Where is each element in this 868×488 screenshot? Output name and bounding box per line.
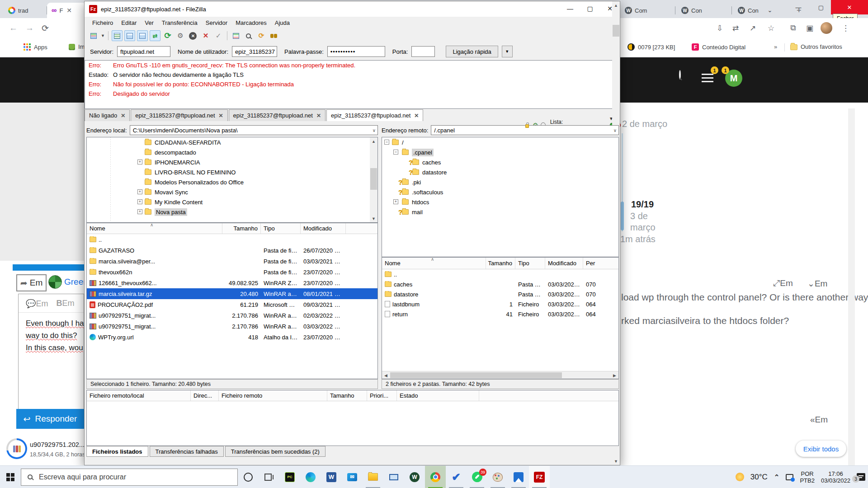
file-row[interactable]: u907929751_migrat...2.170.786WinRAR arch… — [87, 310, 377, 321]
chrome-menu-icon[interactable]: ⋮ — [842, 23, 849, 33]
toggle-remote-tree-icon[interactable] — [137, 30, 148, 41]
tree-item[interactable]: ?datastore — [382, 167, 618, 177]
tree-item[interactable]: Modelos Personalizados do Office — [87, 177, 377, 187]
scroll-left-icon[interactable]: ◀ — [382, 371, 390, 379]
file-row[interactable]: lastdbnum1Ficheiro03/03/2022...064 — [382, 299, 618, 309]
taskbar-paint[interactable] — [487, 466, 508, 488]
column-estado[interactable]: Estado — [397, 390, 479, 401]
menu-editar[interactable]: Editar — [117, 18, 141, 28]
remote-h-scrollbar[interactable]: ◀ ▶ — [382, 371, 618, 379]
forward-icon[interactable]: → — [25, 23, 34, 33]
scroll-up-icon[interactable]: ▲ — [370, 137, 377, 145]
file-row[interactable]: .. — [382, 269, 618, 279]
profile-avatar[interactable] — [821, 22, 832, 34]
expand-button[interactable]: ⤢Em — [773, 278, 793, 288]
taskbar-whatsapp[interactable]: 39 — [467, 466, 487, 488]
menu-transferencia[interactable]: Transferência — [158, 18, 202, 28]
tree-item[interactable]: CIDADANIA-SEFARDITA — [87, 137, 377, 147]
column-tamanho[interactable]: Tamanho — [486, 258, 515, 269]
tree-item[interactable]: ?.softaculous — [382, 187, 618, 197]
expand-icon[interactable]: + — [137, 209, 142, 214]
menu-ficheiro[interactable]: Ficheiro — [88, 18, 117, 28]
share-icon[interactable]: ↗ — [750, 23, 756, 33]
scroll-thumb[interactable] — [613, 25, 619, 37]
scroll-right-icon[interactable]: ▶ — [611, 371, 618, 379]
taskbar-chrome-active[interactable] — [425, 466, 446, 488]
taskbar-explorer[interactable] — [363, 466, 383, 488]
file-row[interactable]: datastorePasta de ...03/03/2022...070 — [382, 289, 618, 299]
server-tab[interactable]: Não ligado✕ — [85, 109, 130, 121]
taskbar-search[interactable]: Escreva aqui para procurar — [21, 469, 238, 486]
expand-icon[interactable]: + — [137, 189, 142, 194]
comment-tool-button[interactable]: 💬Em — [26, 299, 48, 309]
scroll-down-icon[interactable]: ▼ — [612, 457, 620, 465]
bookmark-0079[interactable]: 0079 [273 KB] — [627, 43, 675, 51]
filter-icon[interactable] — [231, 30, 241, 41]
reply-button[interactable]: ↩ Responder — [16, 409, 84, 429]
search-icon[interactable] — [679, 71, 681, 79]
filezilla-titlebar[interactable]: Fz epiz_31185237@ftpupload.net - FileZil… — [85, 1, 620, 17]
hidden-icons-chevron[interactable]: ⌃ — [774, 473, 780, 481]
reading-list-icon[interactable]: ▣ — [806, 23, 813, 33]
column-nome[interactable]: Nome∧ — [87, 223, 222, 234]
cast-icon[interactable] — [786, 474, 793, 480]
timeline-thumb[interactable] — [621, 202, 624, 230]
maximize-window-button[interactable]: ▢ — [811, 0, 830, 14]
tree-item[interactable]: ?.pki — [382, 177, 618, 187]
binoculars-icon[interactable] — [269, 30, 279, 41]
author-avatar[interactable] — [48, 275, 62, 289]
column-tipo[interactable]: Tipo — [261, 223, 301, 234]
temperature-text[interactable]: 30°C — [750, 473, 768, 482]
column-prioridade[interactable]: Priori... — [367, 390, 397, 401]
file-row[interactable]: 126661_thevoux662...49.082.925WinRAR ZIP… — [87, 277, 377, 288]
quickconnect-button[interactable]: Ligação rápida — [446, 46, 498, 57]
taskbar-word[interactable]: W — [321, 466, 342, 488]
toggle-log-icon[interactable] — [112, 30, 123, 41]
cortana-button[interactable] — [238, 466, 259, 488]
download-progress-ring[interactable] — [6, 438, 27, 459]
tree-item[interactable]: descompactado — [87, 147, 377, 157]
tree-item[interactable]: +My Kindle Content — [87, 197, 377, 207]
tree-item-selected[interactable]: −.cpanel — [382, 147, 618, 157]
tab-search-icon[interactable]: ⌄ — [763, 3, 777, 17]
compose-line[interactable]: way to do this? — [26, 329, 84, 342]
tree-item[interactable]: LIVRO-BRASIL NO FEMININO — [87, 167, 377, 177]
fz-minimize-button[interactable]: — — [560, 1, 580, 16]
show-all-button[interactable]: Exibir todos — [796, 441, 846, 457]
start-button[interactable] — [0, 466, 21, 488]
username-input[interactable]: epiz_31185237 — [232, 46, 277, 57]
expand-icon[interactable]: + — [393, 199, 398, 204]
file-row[interactable]: PROCURAÇÃO2.pdf61.219Microsoft Edg...09/… — [87, 299, 377, 310]
taskbar-webroot[interactable]: W — [404, 466, 425, 488]
clock[interactable]: 17:0603/03/2022 — [821, 470, 850, 484]
bold-tool-button[interactable]: BEm — [56, 299, 74, 309]
bookmark-apps[interactable]: Apps — [24, 43, 47, 51]
menu-marcadores[interactable]: Marcadores — [231, 18, 271, 28]
file-search-icon[interactable] — [243, 30, 254, 41]
disconnect-icon[interactable]: ✕ — [200, 30, 211, 41]
scroll-thumb[interactable] — [390, 372, 562, 378]
collapse-icon[interactable]: − — [393, 150, 398, 155]
browser-tab-google[interactable]: trad — [4, 3, 47, 18]
reload-icon[interactable]: ⟳ — [42, 23, 49, 33]
back-icon[interactable]: ← — [9, 23, 18, 33]
taskbar-remote-app[interactable] — [383, 466, 404, 488]
tree-item-selected[interactable]: +Nova pasta — [87, 207, 377, 217]
tree-item[interactable]: ?mail — [382, 207, 618, 217]
browser-tab-wp2[interactable]: W Con — [677, 3, 732, 18]
close-window-button[interactable]: ✕ — [831, 0, 868, 14]
refresh-icon[interactable]: ⟳ — [162, 30, 173, 41]
menu-ajuda[interactable]: Ajuda — [271, 18, 294, 28]
browser-tab-wp3[interactable]: W Con — [733, 3, 788, 18]
expand-icon[interactable]: + — [137, 160, 142, 164]
server-tab[interactable]: epiz_31185237@ftpupload.net✕ — [131, 109, 227, 121]
chevron-down-icon[interactable]: ∨ — [373, 128, 376, 133]
file-row[interactable]: u907929751_migrat...2.170.786WinRAR arch… — [87, 321, 377, 332]
site-manager-dropdown-icon[interactable]: ▼ — [101, 33, 105, 38]
column-direccao[interactable]: Direc... — [191, 390, 219, 401]
column-modificado[interactable]: Modificado — [545, 258, 583, 269]
compose-box[interactable]: 💬Em BEm Even though I ha way to do this?… — [18, 294, 84, 409]
language-indicator[interactable]: PORPTB2 — [800, 470, 815, 484]
taskbar-photos[interactable] — [508, 466, 529, 488]
column-ficheiro-remoto[interactable]: Ficheiro remoto — [219, 390, 327, 401]
